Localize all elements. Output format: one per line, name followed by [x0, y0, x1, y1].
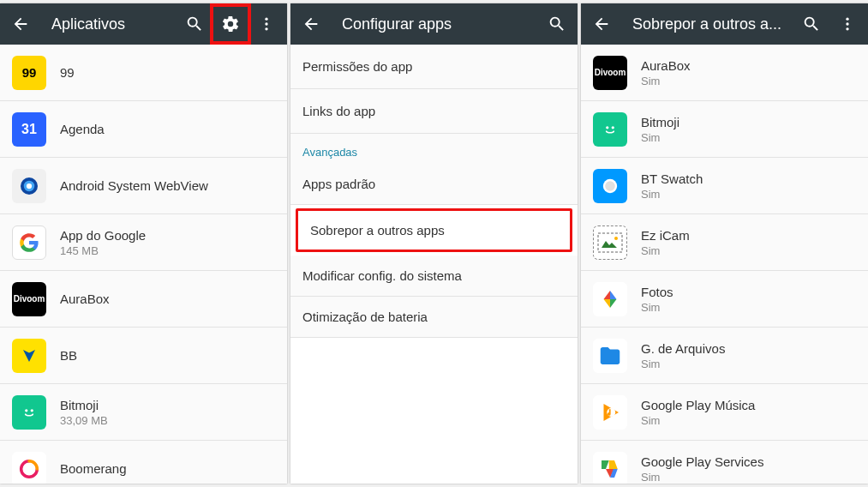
svg-rect-6	[21, 405, 36, 419]
appbar-title: Configurar apps	[342, 15, 531, 33]
app-icon	[12, 395, 46, 430]
settings-item-label: Otimização de bateria	[302, 310, 428, 324]
app-name: Google Play Música	[641, 398, 856, 412]
settings-item[interactable]: Modificar config. do sistema	[290, 256, 578, 297]
svg-point-2	[265, 27, 267, 30]
app-row[interactable]: Google Play MúsicaSim	[581, 384, 868, 441]
app-icon	[12, 169, 46, 203]
app-list: DivoomAuraBoxSimBitmojiSimBT SwatchSimEz…	[581, 45, 868, 484]
screen-sobrepor: Sobrepor a outros a... DivoomAuraBoxSimB…	[581, 3, 868, 484]
app-icon	[593, 225, 627, 260]
app-status: Sim	[641, 301, 856, 314]
app-name: AuraBox	[641, 58, 856, 73]
search-icon[interactable]	[184, 14, 205, 34]
app-icon	[593, 169, 627, 203]
app-subtitle: 33,09 MB	[60, 414, 275, 427]
app-name: Ez iCam	[641, 228, 856, 243]
app-row[interactable]: Ez iCamSim	[581, 214, 868, 271]
settings-item[interactable]: Links do app	[290, 89, 578, 134]
app-icon: 31	[12, 112, 46, 147]
app-icon	[593, 339, 627, 373]
app-row[interactable]: 9999	[0, 45, 287, 101]
app-status: Sim	[641, 131, 856, 144]
settings-item-label: Links do app	[302, 104, 375, 118]
settings-item-label: Sobrepor a outros apps	[310, 223, 445, 237]
app-name: G. de Arquivos	[641, 341, 856, 356]
app-name: AuraBox	[60, 292, 275, 306]
app-name: 99	[60, 65, 275, 80]
svg-point-8	[31, 409, 33, 412]
settings-item[interactable]: Otimização de bateria	[290, 297, 578, 338]
settings-item-label: Modificar config. do sistema	[302, 268, 462, 283]
app-row[interactable]: DivoomAuraBoxSim	[581, 45, 868, 101]
back-icon[interactable]	[591, 14, 612, 34]
app-name: Bitmoji	[60, 398, 275, 412]
svg-rect-18	[598, 233, 622, 252]
svg-point-19	[614, 237, 618, 240]
app-row[interactable]: BT SwatchSim	[581, 158, 868, 214]
appbar: Sobrepor a outros a...	[581, 3, 868, 45]
screen-configurar-apps: Configurar apps Permissões do appLinks d…	[290, 3, 578, 484]
search-icon[interactable]	[547, 14, 567, 34]
svg-point-0	[265, 18, 267, 21]
app-status: Sim	[641, 358, 856, 370]
svg-point-14	[612, 126, 614, 129]
svg-point-1	[265, 22, 267, 25]
search-icon[interactable]	[801, 14, 822, 34]
appbar-title: Sobrepor a outros a...	[632, 15, 786, 33]
svg-point-13	[606, 126, 608, 129]
app-name: App do Google	[60, 228, 275, 243]
app-row[interactable]: G. de ArquivosSim	[581, 328, 868, 384]
app-icon	[12, 452, 46, 484]
app-name: Bitmoji	[641, 115, 856, 129]
settings-item-label: Apps padrão	[302, 177, 375, 191]
screen-aplicativos: Aplicativos 999931AgendaAndroid System W…	[0, 3, 287, 484]
app-status: Sim	[641, 244, 856, 257]
settings-item[interactable]: Apps padrão	[290, 164, 578, 205]
app-status: Sim	[641, 414, 856, 427]
svg-point-20	[607, 408, 615, 417]
app-row[interactable]: BB	[0, 328, 287, 384]
app-icon: Divoom	[593, 56, 627, 90]
app-row[interactable]: App do Google145 MB	[0, 214, 287, 271]
settings-list: Permissões do appLinks do appAvançadasAp…	[290, 45, 578, 484]
svg-point-9	[846, 18, 848, 21]
settings-item[interactable]: Sobrepor a outros apps	[296, 208, 572, 252]
app-name: Google Play Services	[641, 454, 856, 469]
app-row[interactable]: Bitmoji33,09 MB	[0, 384, 287, 441]
back-icon[interactable]	[10, 14, 31, 34]
svg-point-7	[25, 409, 27, 412]
appbar-title: Aplicativos	[51, 15, 169, 33]
app-icon: 99	[12, 56, 46, 90]
app-row[interactable]: Boomerang	[0, 441, 287, 484]
app-name: Android System WebView	[60, 178, 275, 193]
app-icon	[593, 452, 627, 484]
overflow-icon[interactable]	[256, 14, 277, 34]
app-status: Sim	[641, 75, 856, 87]
app-name: Agenda	[60, 122, 275, 136]
appbar: Configurar apps	[290, 3, 578, 45]
app-row[interactable]: Google Play ServicesSim	[581, 441, 868, 484]
svg-point-17	[605, 181, 615, 191]
svg-rect-12	[602, 122, 617, 136]
app-row[interactable]: BitmojiSim	[581, 101, 868, 158]
app-row[interactable]: Android System WebView	[0, 158, 287, 214]
app-status: Sim	[641, 471, 856, 484]
app-icon: Divoom	[12, 282, 46, 316]
back-icon[interactable]	[301, 14, 321, 34]
app-name: BB	[60, 348, 275, 363]
overflow-icon[interactable]	[837, 14, 858, 34]
section-header: Avançadas	[290, 134, 578, 164]
app-status: Sim	[641, 188, 856, 201]
app-row[interactable]: DivoomAuraBox	[0, 271, 287, 328]
gear-icon[interactable]	[220, 14, 241, 34]
app-list: 999931AgendaAndroid System WebViewApp do…	[0, 45, 287, 484]
svg-point-10	[846, 22, 848, 25]
app-icon	[593, 112, 627, 147]
settings-item[interactable]: Permissões do app	[290, 45, 578, 89]
app-row[interactable]: FotosSim	[581, 271, 868, 328]
app-icon	[593, 282, 627, 316]
app-icon	[12, 339, 46, 373]
appbar: Aplicativos	[0, 3, 287, 45]
app-row[interactable]: 31Agenda	[0, 101, 287, 158]
